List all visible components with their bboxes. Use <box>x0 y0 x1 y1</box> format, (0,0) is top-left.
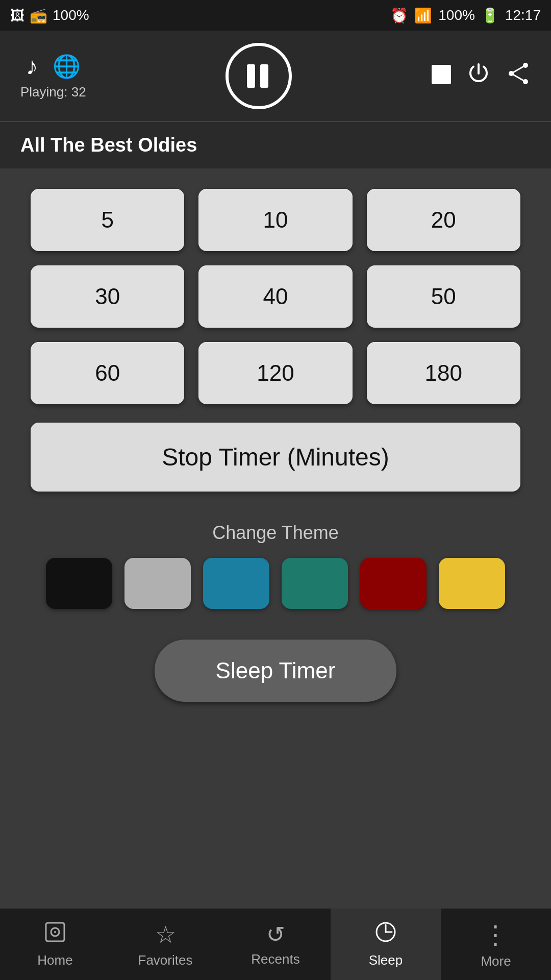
battery-icon: 🔋 <box>481 7 499 24</box>
station-title-section: All The Best Oldies <box>0 122 551 168</box>
theme-colors <box>31 558 520 609</box>
music-note-icon: ♪ <box>26 52 38 80</box>
wifi-icon: 📶 <box>414 7 432 24</box>
timer-btn-20[interactable]: 20 <box>367 189 520 251</box>
photo-icon: 🖼 <box>10 7 24 24</box>
timer-btn-120[interactable]: 120 <box>198 342 352 404</box>
sleep-timer-button[interactable]: Sleep Timer <box>155 640 397 702</box>
svg-point-7 <box>54 931 56 933</box>
nav-label-sleep: Sleep <box>369 952 403 968</box>
theme-section: Change Theme <box>31 522 520 609</box>
sleep-icon <box>374 921 397 948</box>
timer-btn-10[interactable]: 10 <box>198 189 352 251</box>
nav-item-favorites[interactable]: ☆ Favorites <box>110 909 220 980</box>
pause-button[interactable] <box>226 43 292 109</box>
globe-icon: 🌐 <box>53 53 81 80</box>
battery-label: 100% <box>438 7 475 23</box>
main-content: 5 10 20 30 40 50 60 120 180 Stop Timer (… <box>0 168 551 722</box>
timer-btn-30[interactable]: 30 <box>31 265 184 328</box>
timer-btn-5[interactable]: 5 <box>31 189 184 251</box>
pause-bar-left <box>247 64 255 88</box>
status-count: 100% <box>53 7 89 23</box>
nav-item-more[interactable]: ⋮ More <box>441 909 551 980</box>
more-icon: ⋮ <box>483 920 509 949</box>
theme-swatch-blue[interactable] <box>203 558 269 609</box>
pause-icon <box>247 64 270 88</box>
stop-timer-button[interactable]: Stop Timer (Minutes) <box>31 423 520 492</box>
stop-button[interactable] <box>432 62 451 90</box>
player-left: ♪ 🌐 Playing: 32 <box>20 52 86 100</box>
power-icon <box>466 61 491 86</box>
theme-swatch-yellow[interactable] <box>439 558 505 609</box>
playing-label: Playing: 32 <box>20 84 86 100</box>
theme-swatch-red[interactable] <box>360 558 427 609</box>
radio-icon: 📻 <box>30 7 47 24</box>
theme-swatch-teal[interactable] <box>282 558 348 609</box>
nav-label-favorites: Favorites <box>138 952 193 968</box>
nav-label-recents: Recents <box>251 951 299 967</box>
favorites-icon: ☆ <box>155 921 176 948</box>
station-title: All The Best Oldies <box>20 134 531 156</box>
recents-icon: ↺ <box>266 921 285 947</box>
nav-item-sleep[interactable]: Sleep <box>331 909 441 980</box>
timer-btn-50[interactable]: 50 <box>367 265 520 328</box>
svg-line-4 <box>511 74 525 82</box>
share-button[interactable] <box>506 61 531 91</box>
alarm-icon: ⏰ <box>390 7 408 24</box>
nav-item-home[interactable]: Home <box>0 909 110 980</box>
timer-btn-60[interactable]: 60 <box>31 342 184 404</box>
theme-swatch-black[interactable] <box>46 558 112 609</box>
timer-btn-180[interactable]: 180 <box>367 342 520 404</box>
sleep-timer-section: Sleep Timer <box>31 640 520 702</box>
status-left: 🖼 📻 100% <box>10 7 89 24</box>
power-button[interactable] <box>466 61 491 91</box>
player-right-controls <box>432 61 531 91</box>
timer-grid: 5 10 20 30 40 50 60 120 180 <box>31 189 520 404</box>
status-bar: 🖼 📻 100% ⏰ 📶 100% 🔋 12:17 <box>0 0 551 31</box>
theme-label: Change Theme <box>31 522 520 544</box>
svg-line-3 <box>511 65 525 74</box>
nav-label-home: Home <box>37 952 72 968</box>
nav-item-recents[interactable]: ↺ Recents <box>220 909 331 980</box>
theme-swatch-gray[interactable] <box>124 558 191 609</box>
nav-label-more: More <box>481 953 511 969</box>
clock-time: 12:17 <box>505 7 541 23</box>
timer-btn-40[interactable]: 40 <box>198 265 352 328</box>
player-bar: ♪ 🌐 Playing: 32 <box>0 31 551 122</box>
share-icon <box>506 61 531 86</box>
pause-bar-right <box>260 64 268 88</box>
stop-icon <box>432 65 451 84</box>
status-right: ⏰ 📶 100% 🔋 12:17 <box>390 7 541 24</box>
bottom-nav: Home ☆ Favorites ↺ Recents Sleep ⋮ More <box>0 909 551 980</box>
home-icon <box>44 921 66 948</box>
